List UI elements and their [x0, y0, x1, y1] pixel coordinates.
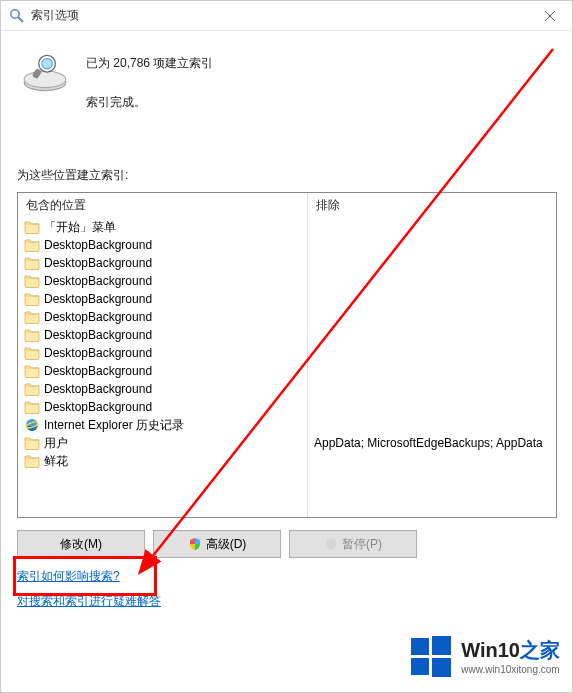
svg-rect-14 [432, 636, 451, 655]
list-item-label: DesktopBackground [44, 400, 152, 414]
shield-icon [324, 537, 338, 551]
list-item-exclude [312, 362, 552, 380]
locations-label: 为这些位置建立索引: [17, 167, 556, 184]
list-item[interactable]: DesktopBackground [22, 308, 303, 326]
advanced-button[interactable]: 高级(D) [153, 530, 281, 558]
svg-rect-15 [411, 658, 429, 675]
list-item-exclude [312, 272, 552, 290]
list-item-exclude [312, 452, 552, 470]
list-item[interactable]: 用户 [22, 434, 303, 452]
list-item[interactable]: DesktopBackground [22, 398, 303, 416]
list-item-exclude: AppData; MicrosoftEdgeBackups; AppData [312, 434, 552, 452]
list-item[interactable]: DesktopBackground [22, 362, 303, 380]
list-item-label: DesktopBackground [44, 310, 152, 324]
watermark: Win10之家 www.win10xitong.com [409, 634, 560, 678]
folder-icon [24, 255, 40, 271]
close-button[interactable] [527, 1, 572, 31]
svg-point-5 [24, 71, 66, 88]
titlebar: 索引选项 [1, 1, 572, 31]
list-item-exclude [312, 254, 552, 272]
list-item-exclude [312, 308, 552, 326]
list-item[interactable]: DesktopBackground [22, 290, 303, 308]
status-count: 已为 20,786 项建立索引 [86, 55, 213, 72]
list-item-exclude [312, 344, 552, 362]
svg-rect-13 [411, 638, 429, 655]
link-how-affects-search[interactable]: 索引如何影响搜索? [17, 568, 556, 585]
list-item[interactable]: DesktopBackground [22, 344, 303, 362]
folder-icon [24, 291, 40, 307]
list-item-exclude [312, 380, 552, 398]
svg-rect-16 [432, 658, 451, 677]
close-icon [545, 11, 555, 21]
list-item-label: DesktopBackground [44, 256, 152, 270]
svg-line-1 [18, 17, 23, 22]
list-item-exclude-label: AppData; MicrosoftEdgeBackups; AppData [314, 436, 543, 450]
svg-point-0 [11, 9, 19, 17]
locations-listbox[interactable]: 包含的位置 「开始」菜单DesktopBackgroundDesktopBack… [17, 192, 557, 518]
folder-icon [24, 219, 40, 235]
column-header-excluded: 排除 [308, 193, 556, 218]
list-item[interactable]: DesktopBackground [22, 326, 303, 344]
folder-icon [24, 363, 40, 379]
list-item[interactable]: Internet Explorer 历史记录 [22, 416, 303, 434]
list-item[interactable]: DesktopBackground [22, 380, 303, 398]
list-item-exclude [312, 290, 552, 308]
folder-icon [24, 237, 40, 253]
list-item-label: DesktopBackground [44, 382, 152, 396]
list-item-label: 鲜花 [44, 453, 68, 470]
list-item-label: DesktopBackground [44, 328, 152, 342]
status-complete: 索引完成。 [86, 94, 213, 111]
folder-icon [24, 381, 40, 397]
pause-button-label: 暂停(P) [342, 536, 382, 553]
advanced-button-label: 高级(D) [206, 536, 247, 553]
folder-icon [24, 345, 40, 361]
column-header-included: 包含的位置 [18, 193, 307, 218]
list-item-exclude [312, 416, 552, 434]
list-item-label: DesktopBackground [44, 292, 152, 306]
list-item-label: Internet Explorer 历史记录 [44, 417, 184, 434]
watermark-brand: Win10之家 [461, 637, 560, 664]
pause-button: 暂停(P) [289, 530, 417, 558]
list-item-label: 「开始」菜单 [44, 219, 116, 236]
ie-icon [24, 417, 40, 433]
list-item-exclude [312, 236, 552, 254]
list-item-label: DesktopBackground [44, 238, 152, 252]
list-item[interactable]: DesktopBackground [22, 272, 303, 290]
list-item-label: DesktopBackground [44, 274, 152, 288]
shield-icon [188, 537, 202, 551]
folder-icon [24, 435, 40, 451]
modify-button[interactable]: 修改(M) [17, 530, 145, 558]
app-icon [9, 8, 25, 24]
list-item[interactable]: 鲜花 [22, 452, 303, 470]
window-title: 索引选项 [31, 7, 79, 24]
folder-icon [24, 273, 40, 289]
svg-point-7 [41, 58, 51, 68]
index-status-icon [17, 51, 72, 101]
list-item-label: DesktopBackground [44, 364, 152, 378]
folder-icon [24, 399, 40, 415]
watermark-url: www.win10xitong.com [461, 664, 560, 675]
list-item[interactable]: DesktopBackground [22, 254, 303, 272]
list-item-label: 用户 [44, 435, 68, 452]
list-item[interactable]: 「开始」菜单 [22, 218, 303, 236]
windows-logo-icon [409, 634, 453, 678]
modify-button-label: 修改(M) [60, 536, 102, 553]
link-troubleshoot[interactable]: 对搜索和索引进行疑难解答 [17, 593, 556, 610]
folder-icon [24, 453, 40, 469]
status-area: 已为 20,786 项建立索引 索引完成。 [17, 51, 556, 133]
list-item-exclude [312, 326, 552, 344]
list-item[interactable]: DesktopBackground [22, 236, 303, 254]
folder-icon [24, 309, 40, 325]
list-item-label: DesktopBackground [44, 346, 152, 360]
folder-icon [24, 327, 40, 343]
list-item-exclude [312, 218, 552, 236]
list-item-exclude [312, 398, 552, 416]
